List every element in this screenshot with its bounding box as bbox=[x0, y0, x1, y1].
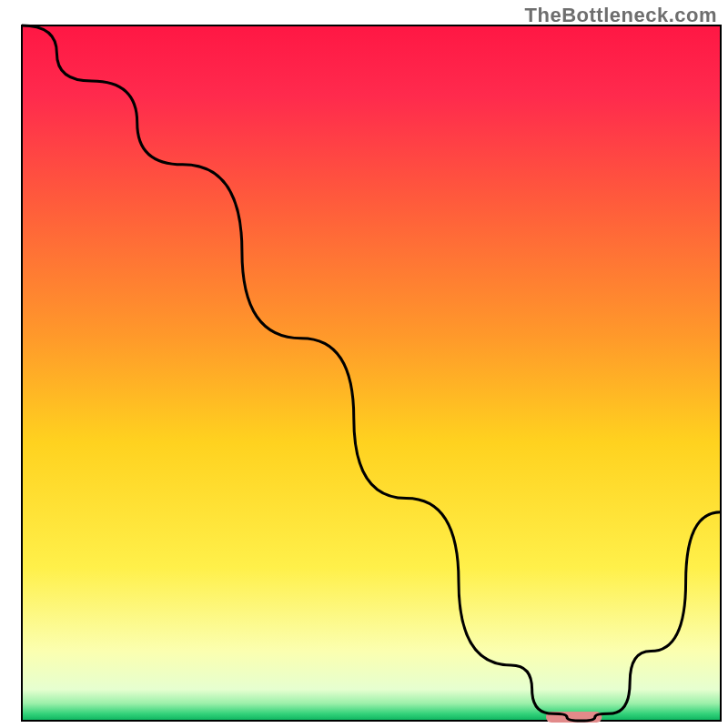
gradient-background bbox=[22, 25, 721, 721]
bottleneck-chart bbox=[0, 0, 728, 728]
chart-stage: TheBottleneck.com bbox=[0, 0, 728, 728]
